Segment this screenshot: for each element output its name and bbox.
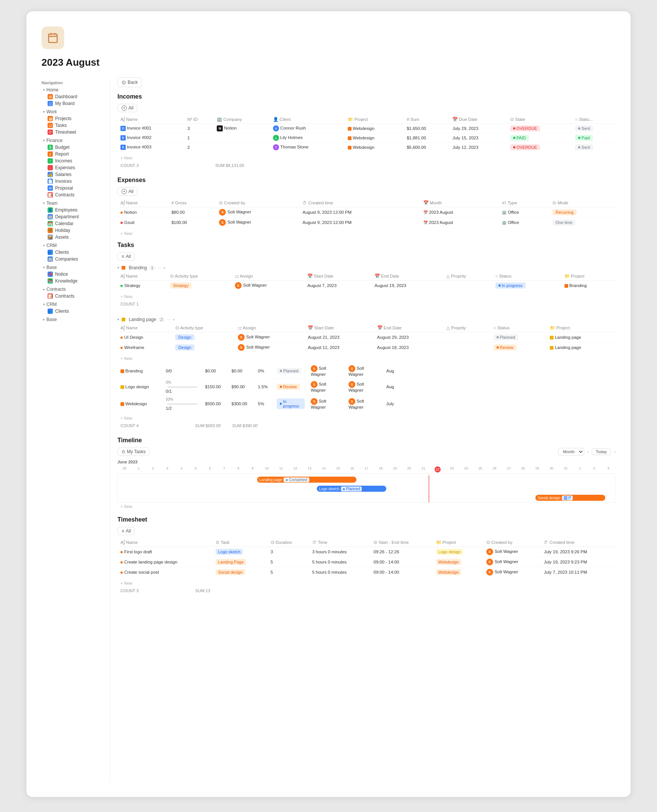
- timesheet-title: Timesheet: [117, 516, 615, 523]
- timeline-add-new[interactable]: + New: [117, 503, 615, 510]
- timeline-nav-right[interactable]: ›: [614, 449, 615, 454]
- sidebar-item-timesheet[interactable]: ⏱ Timesheet: [42, 129, 103, 136]
- sidebar-item-employees[interactable]: 👤 Employees: [42, 207, 103, 214]
- landing-add-btn[interactable]: +: [173, 317, 175, 322]
- landing-more-options[interactable]: ···: [167, 317, 170, 322]
- timeline-mytasks-filter[interactable]: ⊙ My Tasks: [117, 447, 150, 456]
- sidebar-group-home-header[interactable]: ▾ Home: [42, 86, 103, 93]
- sidebar-item-proposal[interactable]: ✉ Proposal: [42, 185, 103, 192]
- sidebar-item-budget-label: Budget: [55, 145, 70, 150]
- tasks-summary-table: Branding 0/0 $0.00 $0.00 0% Planned S So…: [117, 364, 615, 412]
- task-startdate: August 21, 2023: [305, 332, 374, 343]
- sidebar-group-finance: ▾ Finance $ Budget ≡ Report ↑ Incomes ↓: [42, 137, 103, 198]
- sidebar-group-crm2-header[interactable]: ▾ CRM: [42, 301, 103, 308]
- sidebar-item-contracts-fin[interactable]: 📝 Contracts: [42, 192, 103, 198]
- tasks-all-filter[interactable]: ≡ All: [117, 252, 135, 260]
- sidebar-item-assets[interactable]: 📦 Assets: [42, 234, 103, 241]
- sidebar-item-projects[interactable]: ▦ Projects: [42, 115, 103, 122]
- sidebar-group-base2-header[interactable]: ▸ Base: [42, 316, 103, 323]
- sidebar-item-report[interactable]: ≡ Report: [42, 151, 103, 157]
- timeline-day: 30: [545, 466, 559, 473]
- expenses-col-month: 📅 Month: [420, 199, 499, 207]
- projects-icon: ▦: [48, 116, 53, 121]
- sidebar-item-salaries[interactable]: 💰 Salaries: [42, 171, 103, 178]
- expenses-add-new[interactable]: + New: [117, 230, 615, 237]
- summary-name: Webdesign: [117, 396, 163, 412]
- sidebar-group-contracts-header[interactable]: ▸ Contracts: [42, 286, 103, 293]
- expenses-icon: ↓: [48, 165, 53, 170]
- expenses-all-filter[interactable]: + All: [117, 187, 137, 196]
- sidebar-item-calendar[interactable]: 📅 Calendar: [42, 220, 103, 227]
- task-group-landing-header[interactable]: ▾ Landing page 2 ··· +: [117, 315, 615, 324]
- sidebar-group-finance-header[interactable]: ▾ Finance: [42, 137, 103, 144]
- tasks-landing-add-new[interactable]: + New: [117, 355, 615, 362]
- timesheet-all-filter[interactable]: ≡ All: [117, 527, 135, 535]
- contracts-fin-icon: 📝: [48, 192, 53, 198]
- task-group-branding-header[interactable]: ▾ Branding 1 ··· +: [117, 263, 615, 272]
- timeline-bar-landing: Landing page ● Completed: [257, 477, 357, 483]
- timeline-month-select[interactable]: Month: [558, 448, 584, 455]
- expense-createdtime: August 9, 2023 12:00 PM: [299, 218, 420, 228]
- sidebar-group-contracts: ▸ Contracts 📝 Contracts: [42, 286, 103, 299]
- timeline-today-btn[interactable]: Today: [592, 448, 611, 455]
- timeline-day: 16: [345, 466, 360, 473]
- sidebar-group-finance-label: Finance: [47, 138, 63, 143]
- sidebar-item-holiday[interactable]: 🌴 Holiday: [42, 227, 103, 234]
- sidebar-item-tasks[interactable]: ☑ Tasks: [42, 122, 103, 129]
- income-project: Webdesign: [345, 133, 404, 143]
- sidebar-item-contracts[interactable]: 📝 Contracts: [42, 293, 103, 299]
- sidebar-item-knowledge-label: Knowledge: [55, 278, 78, 284]
- tasks-branding-add-new[interactable]: + New: [117, 293, 615, 300]
- ts-task: Logo sketch: [213, 547, 267, 557]
- sidebar-item-incomes[interactable]: ↑ Incomes: [42, 157, 103, 164]
- income-client: CConnor Rush: [270, 124, 345, 133]
- incomes-count: COUNT 3: [120, 163, 139, 168]
- expense-gross: $100.00: [168, 218, 216, 228]
- tasks-summary-add-new[interactable]: + New: [117, 414, 615, 422]
- timeline-day: 13: [302, 466, 317, 473]
- back-button[interactable]: ⊙ Back: [117, 78, 142, 87]
- incomes-all-filter[interactable]: + All: [117, 104, 137, 112]
- sidebar-item-dashboard[interactable]: ⊞ Dashboard: [42, 93, 103, 100]
- income-project: Webdesign: [345, 143, 404, 152]
- ts-project: Logo design: [433, 547, 483, 557]
- sidebar-group-team-header[interactable]: ▾ Team: [42, 200, 103, 207]
- sidebar-group-crm-header[interactable]: ▾ CRM: [42, 242, 103, 249]
- ts-createdtime: July 7, 2023 10:11 PM: [541, 567, 615, 577]
- ts-name: Create social post: [117, 567, 213, 577]
- incomes-add-new[interactable]: + New: [117, 154, 615, 162]
- timeline-nav-left[interactable]: ‹: [587, 449, 588, 454]
- branding-add-btn[interactable]: +: [163, 265, 165, 270]
- sidebar-item-knowledge[interactable]: 📚 Knowledge: [42, 277, 103, 284]
- summary-name: Logo design: [117, 379, 163, 396]
- sidebar-group-work-header[interactable]: ▾ Work: [42, 108, 103, 115]
- sidebar-item-expenses-label: Expenses: [55, 165, 75, 170]
- sidebar-item-expenses[interactable]: ↓ Expenses: [42, 164, 103, 171]
- tasks-lp-col-enddate: 📅 End Date: [374, 324, 443, 332]
- sidebar-item-companies[interactable]: 🏢 Companies: [42, 256, 103, 262]
- sidebar-item-budget[interactable]: $ Budget: [42, 144, 103, 151]
- invoices-icon: 📄: [48, 179, 53, 184]
- income-sum: $1,881.00: [404, 133, 449, 143]
- sidebar-item-clients[interactable]: 👥 Clients: [42, 249, 103, 256]
- summary-name: Branding: [117, 364, 163, 379]
- sidebar-item-notice[interactable]: 📌 Notice: [42, 271, 103, 277]
- sidebar-item-department[interactable]: 🏢 Department: [42, 214, 103, 220]
- ts-project: Webdesign: [433, 567, 483, 577]
- chevron-down-icon: ▾: [43, 265, 45, 269]
- sidebar-item-invoices[interactable]: 📄 Invoices: [42, 178, 103, 185]
- holiday-icon: 🌴: [48, 228, 53, 233]
- task-enddate: August 29, 2023: [374, 332, 443, 343]
- timeline-day: 3: [160, 466, 174, 473]
- sidebar-group-base-header[interactable]: ▾ Base: [42, 264, 103, 271]
- timesheet-add-new[interactable]: + New: [117, 579, 615, 587]
- ts-time: 3 hours 0 minutes: [309, 547, 371, 557]
- sidebar: Navigation ▾ Home ⊞ Dashboard ◫ My Board: [42, 78, 109, 782]
- tasks-col-project: 📁 Project: [562, 272, 615, 281]
- timeline-day: 2: [587, 466, 601, 473]
- chevron-down-icon: ▾: [43, 201, 45, 205]
- sidebar-item-clients2[interactable]: 👥 Clients: [42, 308, 103, 315]
- sidebar-item-myboard[interactable]: ◫ My Board: [42, 100, 103, 107]
- branding-more-options[interactable]: ···: [157, 265, 161, 270]
- sidebar-item-projects-label: Projects: [55, 116, 72, 121]
